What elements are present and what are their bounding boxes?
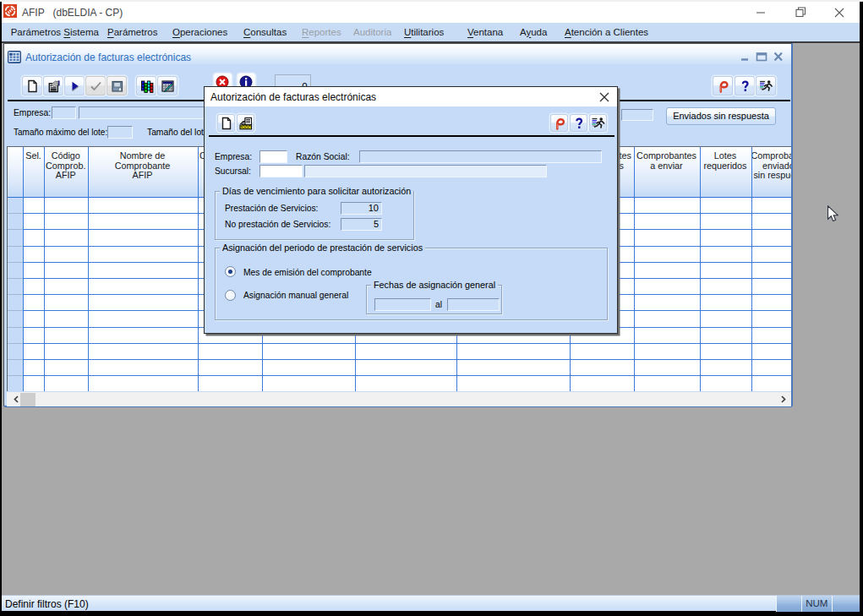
menu-item-ayuda[interactable]: Ayuda xyxy=(520,27,547,37)
menu-item-reportes[interactable]: Reportes xyxy=(302,27,341,37)
empresa-label: Empresa: xyxy=(14,108,51,117)
restore-button[interactable] xyxy=(788,2,813,23)
grid-vline xyxy=(700,147,701,391)
data-columns-button[interactable] xyxy=(136,76,156,95)
menu-item-par-metros-sistema[interactable]: Parámetros Sistema xyxy=(11,27,99,37)
scroll-right-icon[interactable] xyxy=(779,395,787,403)
dlg-empresa-label: Empresa: xyxy=(215,152,252,161)
child-titlebar[interactable]: Autorización de facturas electrónicas xyxy=(4,44,791,64)
dialog-rho-button[interactable] xyxy=(550,114,568,132)
menu-item-utilitarios[interactable]: Utilitarios xyxy=(404,27,444,37)
column-header[interactable]: Sel. xyxy=(23,147,44,198)
al-label: al xyxy=(435,300,442,309)
row-selector-cell[interactable] xyxy=(8,360,24,376)
column-header[interactable] xyxy=(8,147,23,198)
row-selector-cell[interactable] xyxy=(8,376,24,391)
column-header[interactable]: Lotesrequeridos xyxy=(700,147,751,198)
help-icon xyxy=(738,79,752,93)
dialog-run-button[interactable] xyxy=(589,114,607,132)
grid-vline xyxy=(44,147,45,391)
radio-asignacion-manual[interactable] xyxy=(225,290,236,301)
dialog-print-button[interactable] xyxy=(237,114,254,132)
tamano-maximo-field[interactable] xyxy=(107,126,133,139)
run-icon xyxy=(759,79,773,93)
app-icon xyxy=(3,4,17,18)
column-header[interactable]: Comprobantesa enviar xyxy=(634,147,700,198)
tamano-maximo-label: Tamaño máximo del lote: xyxy=(14,128,107,137)
dialog-close-icon[interactable] xyxy=(597,90,612,105)
menu-item-auditoria[interactable]: Auditoria xyxy=(353,27,391,37)
row-selector-cell[interactable] xyxy=(8,328,24,344)
dlg-empresa-input[interactable] xyxy=(259,150,287,163)
column-header[interactable]: Nombre deComprobanteAFIP xyxy=(88,147,198,198)
row-selector-cell[interactable] xyxy=(8,198,24,214)
grid-row[interactable] xyxy=(8,376,791,391)
dlg-sucursal-input[interactable] xyxy=(259,165,303,177)
radio-mes-emision-label: Mes de emisión del comprobante xyxy=(243,268,372,277)
row-selector-cell[interactable] xyxy=(8,295,24,311)
row-selector-cell[interactable] xyxy=(8,247,24,263)
num-lock-indicator: NUM xyxy=(801,596,833,612)
help-button[interactable] xyxy=(735,76,755,95)
grid-vline xyxy=(634,147,635,391)
dialog-help-button[interactable] xyxy=(570,114,587,132)
menu-item-par-metros[interactable]: Parámetros xyxy=(107,27,157,37)
row-selector-cell[interactable] xyxy=(8,344,24,360)
status-bar: Definir filtros (F10) NUM xyxy=(2,595,860,611)
dialog: Autorización de facturas electrónicas xyxy=(204,86,618,334)
column-header[interactable]: Comprobantesenviadossin respuesta xyxy=(751,147,792,198)
row-selector-cell[interactable] xyxy=(8,311,24,327)
radio-mes-emision[interactable] xyxy=(225,266,236,277)
horizontal-scrollbar[interactable] xyxy=(7,392,791,406)
enviados-count-field[interactable] xyxy=(621,109,653,121)
grid-edit-button[interactable] xyxy=(157,76,178,95)
menu-item-operaciones[interactable]: Operaciones xyxy=(172,27,227,37)
data-columns-icon xyxy=(139,79,154,93)
minimize-button[interactable] xyxy=(748,2,773,23)
menu-item-ventana[interactable]: Ventana xyxy=(467,27,503,37)
menu-item-consultas[interactable]: Consultas xyxy=(243,27,287,37)
run-icon xyxy=(592,117,605,130)
help-icon xyxy=(572,117,586,130)
child-close-icon[interactable] xyxy=(773,52,784,62)
no-prestacion-field[interactable]: 5 xyxy=(341,218,382,231)
play-button[interactable] xyxy=(64,76,85,95)
no-prestacion-label: No prestación de Servicios: xyxy=(225,220,330,229)
child-minimize-icon[interactable] xyxy=(740,52,751,62)
dialog-new-document-button[interactable] xyxy=(217,114,235,132)
fecha-hasta-field[interactable] xyxy=(447,298,500,311)
status-segment xyxy=(776,596,801,612)
prestacion-field[interactable]: 10 xyxy=(341,202,382,215)
status-text: Definir filtros (F10) xyxy=(5,598,89,610)
prestacion-label: Prestación de Servicios: xyxy=(225,204,318,213)
rho-button[interactable] xyxy=(713,76,733,95)
form-icon xyxy=(8,51,21,63)
save-button[interactable] xyxy=(107,76,127,95)
scroll-left-icon[interactable] xyxy=(13,395,20,403)
run-button[interactable] xyxy=(756,76,776,95)
row-selector-cell[interactable] xyxy=(8,230,24,246)
row-selector-cell[interactable] xyxy=(8,214,24,230)
row-selector-cell[interactable] xyxy=(8,263,24,279)
mouse-cursor xyxy=(827,205,838,223)
menu-bar: Parámetros SistemaParámetrosOperacionesC… xyxy=(2,23,860,41)
dialog-titlebar[interactable]: Autorización de facturas electrónicas xyxy=(205,87,617,106)
fecha-desde-field[interactable] xyxy=(374,298,431,311)
scrollbar-thumb[interactable] xyxy=(20,393,36,406)
properties-button[interactable] xyxy=(43,76,63,95)
status-segment xyxy=(832,596,860,612)
empresa-code-field[interactable] xyxy=(52,106,76,119)
column-header[interactable]: CódigoComprob.AFIP xyxy=(44,147,88,198)
new-document-button[interactable] xyxy=(22,76,42,95)
grid-row[interactable] xyxy=(8,344,791,360)
child-maximize-icon[interactable] xyxy=(756,52,767,62)
main-titlebar: AFIP (dbELDIA - CP) xyxy=(2,2,860,23)
grid-vline xyxy=(88,147,89,391)
menu-item-atenci-n-a-clientes[interactable]: Atención a Clientes xyxy=(565,27,648,37)
rho-icon xyxy=(716,79,730,93)
row-selector-cell[interactable] xyxy=(8,279,24,295)
grid-row[interactable] xyxy=(8,360,791,376)
check-button[interactable] xyxy=(85,76,106,95)
enviados-sin-respuesta-button[interactable]: Enviados sin respuesta xyxy=(666,107,776,125)
close-button[interactable] xyxy=(827,2,852,23)
